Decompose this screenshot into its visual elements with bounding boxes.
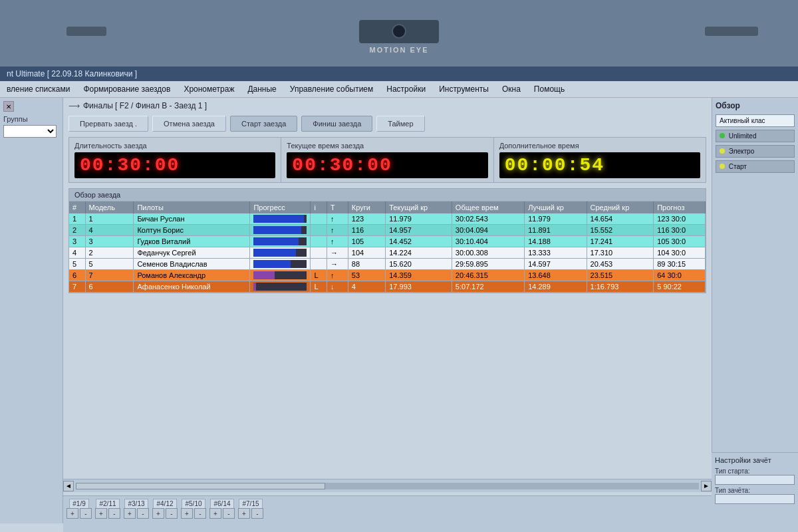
- cell-total-time: 30:02.543: [452, 213, 524, 225]
- col-best-lap: Лучший кр: [525, 201, 587, 213]
- cell-pos: 1: [69, 213, 85, 225]
- cell-info: [311, 236, 327, 247]
- table-row: 5 5 Семенов Владислав → 88 15.620 29:59.…: [69, 259, 706, 270]
- cell-forecast: 104 30:0: [654, 247, 706, 259]
- scroll-left-button[interactable]: ◄: [63, 481, 74, 491]
- tab-label-1[interactable]: #1/9: [69, 499, 88, 508]
- tab-label-2[interactable]: #2/11: [96, 499, 119, 508]
- tab-controls-3: + -: [124, 508, 149, 519]
- cell-avg-lap: 1:16.793: [587, 281, 654, 293]
- tab-minus-5[interactable]: -: [194, 508, 206, 519]
- progress-bar-bg: [253, 260, 307, 268]
- interrupt-button[interactable]: Прервать заезд .: [68, 116, 148, 132]
- progress-bar-bg: [253, 271, 307, 279]
- tab-label-6[interactable]: #6/14: [210, 499, 233, 508]
- menu-item-event[interactable]: Управление событием: [283, 83, 380, 95]
- menu-item-lists[interactable]: вление списками: [0, 83, 76, 95]
- camera-label: MOTION EYE: [369, 46, 428, 54]
- cell-avg-lap: 15.552: [587, 225, 654, 236]
- cell-best-lap: 14.289: [525, 281, 587, 293]
- right-sidebar-electric[interactable]: Электро: [716, 145, 795, 158]
- table-row: 3 3 Гудков Виталий ↑ 105 14.452 30:10.40…: [69, 236, 706, 247]
- tab-label-5[interactable]: #5/10: [182, 499, 205, 508]
- camera-bar: MOTION EYE: [0, 0, 798, 73]
- cell-info: [311, 213, 327, 225]
- cell-current-lap: 15.620: [386, 259, 452, 270]
- scroll-right-button[interactable]: ►: [701, 481, 712, 491]
- cell-pos: 4: [69, 247, 85, 259]
- scroll-track[interactable]: [76, 483, 699, 489]
- menu-item-races[interactable]: Формирование заездов: [76, 83, 177, 95]
- settings-score-type-input[interactable]: [715, 494, 795, 504]
- cell-laps: 105: [348, 236, 385, 247]
- tab-minus-1[interactable]: -: [80, 508, 92, 519]
- sidebar-close-button[interactable]: ✕: [3, 101, 14, 112]
- tab-plus-5[interactable]: +: [181, 508, 193, 519]
- bottom-tabs: #1/9 + - #2/11 + - #3/13 + - #4/12 + - #…: [63, 495, 712, 532]
- menu-item-help[interactable]: Помощь: [527, 83, 571, 95]
- tab-plus-4[interactable]: +: [152, 508, 164, 519]
- progress-bar-bg: [253, 237, 307, 245]
- tab-minus-7[interactable]: -: [251, 508, 263, 519]
- right-sidebar-title: Обзор: [716, 101, 795, 110]
- camera-right-button[interactable]: [705, 27, 758, 36]
- cell-pos: 5: [69, 259, 85, 270]
- menu-item-data[interactable]: Данные: [241, 83, 283, 95]
- cell-forecast: 89 30:15: [654, 259, 706, 270]
- tab-group-5: #5/10 + -: [181, 499, 206, 519]
- camera-left-button[interactable]: [66, 27, 106, 36]
- tab-plus-6[interactable]: +: [209, 508, 221, 519]
- menu-item-settings[interactable]: Настройки: [380, 83, 432, 95]
- tab-group-4: #4/12 + -: [152, 499, 178, 519]
- cell-current-lap: 17.993: [386, 281, 452, 293]
- cell-trend: →: [327, 259, 348, 270]
- cell-trend: ↑: [327, 236, 348, 247]
- cell-laps: 116: [348, 225, 385, 236]
- cell-total-time: 30:00.308: [452, 247, 524, 259]
- cell-pilot: Романов Александр: [134, 270, 250, 281]
- tab-minus-6[interactable]: -: [223, 508, 235, 519]
- timer-button[interactable]: Таймер: [376, 116, 424, 132]
- breadcrumb-text: Финалы [ F2 / Финал B - Заезд 1 ]: [83, 101, 207, 110]
- menu-item-timing[interactable]: Хронометраж: [177, 83, 241, 95]
- menu-item-tools[interactable]: Инструменты: [432, 83, 495, 95]
- tab-plus-3[interactable]: +: [124, 508, 136, 519]
- cell-current-lap: 14.957: [386, 225, 452, 236]
- tab-minus-3[interactable]: -: [137, 508, 149, 519]
- current-timer-block: Текущее время заезда 00:30:00: [281, 138, 493, 182]
- finish-button[interactable]: Финиш заезда: [301, 116, 372, 132]
- tab-plus-2[interactable]: +: [95, 508, 107, 519]
- progress-bar-fill: [253, 271, 275, 279]
- scroll-thumb[interactable]: [76, 483, 325, 489]
- tab-label-7[interactable]: #7/15: [239, 499, 262, 508]
- tab-plus-1[interactable]: +: [66, 508, 78, 519]
- tab-minus-4[interactable]: -: [166, 508, 178, 519]
- table-row: 7 6 Афанасенко Николай L ↓ 4 17.993 5:07…: [69, 281, 706, 293]
- cell-current-lap: 11.979: [386, 213, 452, 225]
- cell-current-lap: 14.359: [386, 270, 452, 281]
- tab-label-4[interactable]: #4/12: [153, 499, 176, 508]
- right-sidebar-start[interactable]: Старт: [716, 160, 795, 173]
- col-laps: Круги: [348, 201, 385, 213]
- tab-plus-7[interactable]: +: [238, 508, 250, 519]
- tab-minus-2[interactable]: -: [108, 508, 120, 519]
- tab-label-3[interactable]: #3/13: [124, 499, 148, 508]
- cell-avg-lap: 23.515: [587, 270, 654, 281]
- right-sidebar-unlimited[interactable]: Unlimited: [716, 130, 795, 142]
- start-button[interactable]: Старт заезда: [230, 116, 297, 132]
- race-overview: Обзор заезда # Модель Пилоты Прогресс i …: [68, 188, 706, 293]
- tab-controls-6: + -: [209, 508, 235, 519]
- settings-start-type-input[interactable]: [715, 475, 795, 485]
- tab-controls-7: + -: [238, 508, 263, 519]
- race-table: # Модель Пилоты Прогресс i T Круги Текущ…: [69, 201, 706, 293]
- menu-item-windows[interactable]: Окна: [495, 83, 527, 95]
- sidebar-groups-dropdown[interactable]: [3, 125, 57, 138]
- cancel-button[interactable]: Отмена заезда: [152, 116, 226, 132]
- cell-progress: [250, 236, 311, 247]
- cell-model: 5: [85, 259, 134, 270]
- cell-pos: 3: [69, 236, 85, 247]
- cell-pilot: Семенов Владислав: [134, 259, 250, 270]
- extra-timer-block: Дополнительное время 00:00:54: [494, 138, 706, 182]
- tab-group-1: #1/9 + -: [66, 499, 92, 519]
- tab-controls-1: + -: [66, 508, 92, 519]
